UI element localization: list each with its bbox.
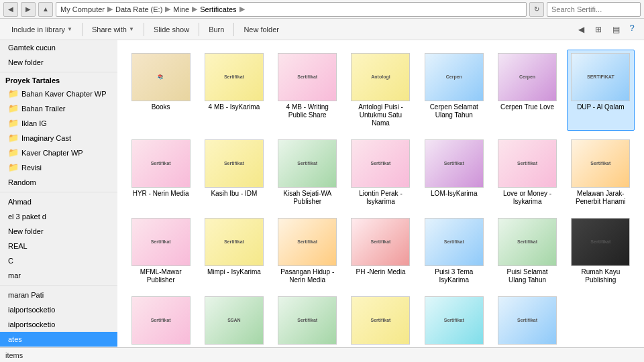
new-folder-button[interactable]: New folder [237, 21, 285, 38]
file-item[interactable]: CerpenCerpen Selamat Ulang Tahun [420, 50, 488, 131]
folder-icon: 📁 [8, 88, 19, 100]
thumb-text: Sertifikat [443, 238, 466, 246]
file-item[interactable]: AntologiAntologi Puisi - Untukmu Satu Na… [347, 50, 415, 131]
sidebar-item-0[interactable]: Gamtek cucun [0, 40, 117, 55]
file-item[interactable]: Sertifikat4 MB - Writing Public Share [274, 50, 341, 131]
file-item[interactable]: SertifikatRumah Kayu Publishing [567, 215, 635, 288]
refresh-button[interactable]: ↻ [529, 2, 544, 17]
sidebar-item-23[interactable]: s [0, 347, 117, 347]
search-input[interactable] [551, 5, 636, 13]
thumb-text: Sertifikat [296, 160, 319, 168]
thumb-text: Sertifikat [296, 73, 319, 81]
file-item[interactable]: 📚Books [127, 50, 195, 131]
file-item[interactable]: SertifikatPasangan Hidup - Nerin Media [274, 215, 341, 288]
file-name: Cerpen Selamat Ulang Tahun [424, 103, 484, 119]
file-name: Kisah Sejati-WA Publisher [277, 190, 337, 206]
folder-icon: 📁 [8, 147, 19, 159]
burn-button[interactable]: Burn [203, 21, 230, 38]
sidebar-item-14[interactable]: New folder [0, 224, 117, 239]
sidebar-item-label: ates [8, 335, 22, 343]
file-item[interactable]: Sertifikat4 MB - IsyKarima [200, 50, 268, 131]
file-name: Cerpen True Love [500, 103, 554, 111]
file-item[interactable]: SERTIFIKATDUP - Al Qalam [567, 50, 635, 131]
path-part-3: Mine [173, 5, 189, 13]
file-item[interactable]: SertifikatMelawan Jarak-Penerbit Hanami [567, 136, 635, 209]
file-item[interactable]: SertifikatLOM-IsyKarima [420, 136, 488, 209]
sidebar-item-label: New folder [8, 58, 44, 66]
file-item[interactable]: SertifikatLiontin Perak - Isykarima [347, 136, 415, 209]
sidebar-item-8[interactable]: 📁Kaver Chapter WP [0, 145, 117, 160]
file-name: Melawan Jarak-Penerbit Hanami [570, 190, 631, 206]
thumb-text: Sertifikat [223, 160, 246, 168]
file-name: Antologi Puisi - Untukmu Satu Nama [350, 103, 411, 127]
sidebar-item-19[interactable]: maran Pati [0, 288, 117, 302]
file-item[interactable]: SertifikatSajak Tiga Tema Isykarima [127, 293, 195, 347]
file-thumbnail: Sertifikat [278, 139, 337, 188]
sidebar-item-22[interactable]: ates [0, 332, 117, 347]
share-with-label: Share with [92, 25, 127, 34]
sidebar-item-5[interactable]: 📁Bahan Trailer [0, 101, 117, 116]
thumb-text: 📚 [156, 73, 165, 81]
thumb-text: Sertifikat [150, 238, 172, 246]
sidebar-item-label: Bahan Trailer [21, 103, 65, 115]
view-list-button[interactable]: ▤ [608, 21, 624, 38]
toolbar-sep-4 [233, 23, 234, 36]
sidebar-item-12[interactable]: Ahmad [0, 194, 117, 209]
search-box[interactable] [547, 2, 641, 17]
file-item[interactable]: CerpenCerpen True Love [493, 50, 561, 131]
folder-icon: 📁 [8, 132, 19, 144]
file-thumbnail: Sertifikat [131, 139, 191, 188]
up-button[interactable]: ▲ [38, 2, 53, 17]
file-item[interactable]: SertifikatUntukmu Satu Nama-Kaifa Publis… [347, 293, 415, 347]
file-thumbnail: Antologi [351, 53, 410, 101]
file-item[interactable]: SSANSSAN [200, 293, 268, 347]
sidebar-item-21[interactable]: ialportsocketio [0, 317, 117, 332]
file-item[interactable]: SertifikatKasih Ibu - IDM [200, 136, 268, 209]
thumb-text: Sertifikat [150, 160, 172, 168]
file-thumbnail: Sertifikat [425, 296, 484, 345]
file-item[interactable]: SertifikatPH -Nerin Media [347, 215, 415, 288]
file-thumbnail: Sertifikat [571, 139, 630, 188]
file-item[interactable]: SertifikatPuisi Selamat Ulang Tahun [493, 215, 561, 288]
file-name: LOM-IsyKarima [431, 190, 477, 198]
file-thumbnail: Sertifikat [351, 139, 410, 188]
back-button[interactable]: ◀ [3, 2, 18, 17]
share-with-button[interactable]: Share with ▼ [86, 21, 140, 38]
view-tiles-button[interactable]: ⊞ [590, 21, 606, 38]
sidebar-item-15[interactable]: REAL [0, 239, 117, 253]
help-button[interactable]: ? [625, 21, 639, 35]
file-item[interactable]: SertifikatLove or Money - Isykarima [493, 136, 561, 209]
file-item[interactable]: SertifikatTema Cinta Penerbit Harasi [274, 293, 341, 347]
sidebar-item-16[interactable]: C [0, 253, 117, 268]
sidebar-item-9[interactable]: 📁Revisi [0, 160, 117, 175]
sidebar-item-13[interactable]: el 3 paket d [0, 209, 117, 224]
include-library-button[interactable]: Include in library ▼ [5, 21, 78, 38]
view-prev-button[interactable]: ◀ [573, 21, 589, 38]
file-item[interactable]: SertifikatPuisi 3 Tema IsyKarima [420, 215, 488, 288]
sidebar-item-label: el 3 paket d [8, 213, 46, 221]
sidebar-item-label: Random [8, 178, 36, 186]
sidebar-item-1[interactable]: New folder [0, 55, 117, 70]
file-item[interactable]: SertifikatMFML-Mawar Publisher [127, 215, 195, 288]
file-item[interactable]: SertifikatVendha-Puisi [493, 293, 561, 347]
address-path[interactable]: My Computer ▶ Data Rate (E:) ▶ Mine ▶ Se… [56, 2, 527, 17]
sidebar-item-label: C [8, 257, 13, 265]
sidebar-item-7[interactable]: 📁Imaginary Cast [0, 131, 117, 145]
sidebar-item-4[interactable]: 📁Bahan Kaver Chapter WP [0, 86, 117, 101]
sidebar-item-label: Bahan Kaver Chapter WP [21, 88, 107, 100]
sidebar-item-20[interactable]: ialportsocketio [0, 302, 117, 317]
file-item[interactable]: SertifikatHYR - Nerin Media [127, 136, 195, 209]
file-item[interactable]: SertifikatMimpi - IsyKarima [200, 215, 268, 288]
path-part-1: My Computer [60, 5, 105, 13]
sidebar-item-10[interactable]: Random [0, 175, 117, 190]
thumb-text: SSAN [226, 316, 241, 324]
sidebar-item-label: New folder [8, 227, 44, 235]
thumb-text: Antologi [370, 73, 391, 81]
thumb-text: Sertifikat [443, 160, 466, 168]
sidebar-item-6[interactable]: 📁Iklan IG [0, 116, 117, 131]
forward-button[interactable]: ▶ [21, 2, 36, 17]
slideshow-button[interactable]: Slide show [148, 21, 195, 38]
file-item[interactable]: SertifikatVendha-Cerpen [420, 293, 488, 347]
sidebar-item-17[interactable]: mar [0, 268, 117, 283]
file-item[interactable]: SertifikatKisah Sejati-WA Publisher [274, 136, 341, 209]
